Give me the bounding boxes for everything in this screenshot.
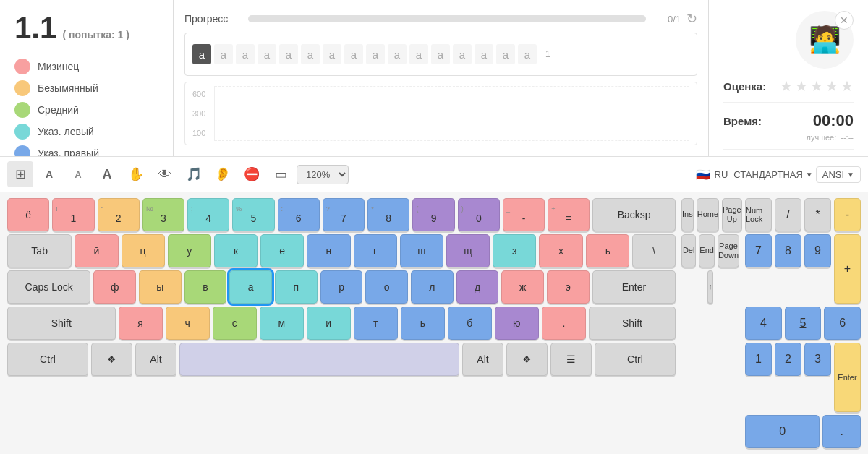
key-г[interactable]: г — [354, 234, 397, 267]
key-2[interactable]: "2 — [98, 198, 140, 231]
np6-key[interactable]: 6 — [824, 307, 861, 340]
settings-button[interactable]: ⛔ — [239, 161, 265, 187]
music-button[interactable]: 🎵 — [181, 161, 207, 187]
np2-key[interactable]: 2 — [775, 343, 801, 376]
key-ш[interactable]: ш — [400, 234, 443, 267]
key-=[interactable]: += — [548, 198, 590, 231]
space-key[interactable] — [179, 343, 459, 376]
tab-key[interactable]: Tab — [7, 234, 72, 267]
key-с[interactable]: с — [213, 307, 257, 340]
key-0[interactable]: )0 — [458, 198, 500, 231]
key-д[interactable]: д — [456, 270, 499, 304]
hand-tool-button[interactable]: ✋ — [123, 161, 149, 187]
key-э[interactable]: э — [547, 270, 590, 304]
np-dot-key[interactable]: . — [822, 415, 861, 448]
key-к[interactable]: к — [214, 234, 258, 267]
key-б[interactable]: б — [448, 307, 492, 340]
np7-key[interactable]: 7 — [745, 234, 772, 267]
pagedown-key[interactable]: Page Down — [718, 234, 739, 267]
key-ф[interactable]: ф — [93, 270, 136, 304]
up-key[interactable]: ↑ — [707, 270, 713, 304]
key-enter[interactable]: Enter — [592, 270, 676, 304]
key-ц[interactable]: ц — [122, 234, 165, 267]
np5-key[interactable]: 5 — [785, 307, 822, 340]
language-button[interactable]: RU СТАНДАРТНАЯ ▼ — [715, 169, 813, 180]
np-plus-key[interactable]: + — [834, 234, 861, 304]
key-9[interactable]: (9 — [412, 198, 454, 231]
key-м[interactable]: м — [260, 307, 304, 340]
key-в[interactable]: в — [184, 270, 227, 304]
key-л[interactable]: л — [411, 270, 454, 304]
text-size-button[interactable]: A — [94, 161, 120, 187]
key-р[interactable]: р — [320, 270, 363, 304]
ctrl-left-key[interactable]: Ctrl — [7, 343, 88, 376]
key-и[interactable]: и — [307, 307, 351, 340]
key-й[interactable]: й — [75, 234, 118, 267]
window-button[interactable]: ▭ — [268, 161, 294, 187]
alt-left-key[interactable]: Alt — [135, 343, 176, 376]
key-ч[interactable]: ч — [166, 307, 210, 340]
key-н[interactable]: н — [307, 234, 350, 267]
key-п[interactable]: п — [275, 270, 318, 304]
np3-key[interactable]: 3 — [804, 343, 831, 376]
key-6[interactable]: :6 — [278, 198, 320, 231]
capslock-key[interactable]: Caps Lock — [7, 270, 90, 304]
home-key[interactable]: Home — [697, 198, 719, 231]
key-backsp[interactable]: Backsp — [592, 198, 676, 231]
key-ё[interactable]: ё — [7, 198, 49, 231]
key-е[interactable]: е — [260, 234, 304, 267]
key-ю[interactable]: ю — [495, 307, 539, 340]
key-о[interactable]: о — [365, 270, 408, 304]
reset-button[interactable]: ↻ — [686, 11, 697, 27]
insert-key[interactable]: Ins — [681, 198, 694, 231]
key-1[interactable]: !1 — [52, 198, 94, 231]
key-а[interactable]: а — [229, 270, 272, 304]
key-8[interactable]: *8 — [367, 198, 409, 231]
zoom-select[interactable]: 120% 100% 80% — [297, 165, 349, 184]
key-щ[interactable]: щ — [446, 234, 490, 267]
key-3[interactable]: №3 — [142, 198, 184, 231]
end-key[interactable]: End — [699, 234, 715, 267]
menu-key[interactable]: ☰ — [550, 343, 592, 376]
np0-key[interactable]: 0 — [745, 415, 820, 448]
pageup-key[interactable]: Page Up — [722, 198, 742, 231]
alt-right-key[interactable]: Alt — [462, 343, 503, 376]
delete-key[interactable]: Del — [681, 234, 696, 267]
ansi-button[interactable]: ANSI ▼ — [816, 166, 861, 183]
np8-key[interactable]: 8 — [775, 234, 801, 267]
key-ъ[interactable]: ъ — [586, 234, 629, 267]
close-button[interactable]: ✕ — [835, 11, 854, 30]
grid-view-button[interactable]: ⊞ — [7, 161, 33, 187]
win-left-key[interactable]: ❖ — [91, 343, 132, 376]
eye-tool-button[interactable]: 👁 — [152, 161, 178, 187]
font-a-button[interactable]: A — [36, 161, 62, 187]
key-я[interactable]: я — [119, 307, 163, 340]
key-shift[interactable]: Shift — [589, 307, 676, 340]
key-ы[interactable]: ы — [139, 270, 182, 304]
key--[interactable]: _- — [503, 198, 545, 231]
np-div-key[interactable]: / — [775, 198, 801, 231]
key-ж[interactable]: ж — [501, 270, 544, 304]
key-.[interactable]: . — [542, 307, 586, 340]
numlock-key[interactable]: Num Lock — [745, 198, 772, 231]
key-7[interactable]: ?7 — [323, 198, 365, 231]
key-\[interactable]: \ — [632, 234, 676, 267]
key-х[interactable]: х — [539, 234, 582, 267]
np9-key[interactable]: 9 — [804, 234, 831, 267]
win-right-key[interactable]: ❖ — [506, 343, 548, 376]
np-mul-key[interactable]: * — [804, 198, 831, 231]
key-у[interactable]: у — [168, 234, 211, 267]
key-з[interactable]: з — [493, 234, 536, 267]
ctrl-right-key[interactable]: Ctrl — [595, 343, 676, 376]
np1-key[interactable]: 1 — [745, 343, 772, 376]
key-5[interactable]: %5 — [232, 198, 274, 231]
np4-key[interactable]: 4 — [745, 307, 782, 340]
key-ь[interactable]: ь — [401, 307, 445, 340]
shift-left-key[interactable]: Shift — [7, 307, 116, 340]
key-4[interactable]: ;4 — [187, 198, 229, 231]
key-т[interactable]: т — [354, 307, 398, 340]
np-enter-key[interactable]: Enter — [834, 343, 861, 412]
np-minus-key[interactable]: - — [834, 198, 861, 231]
ear-button[interactable]: 👂 — [210, 161, 236, 187]
font-style-button[interactable]: A — [65, 161, 91, 187]
